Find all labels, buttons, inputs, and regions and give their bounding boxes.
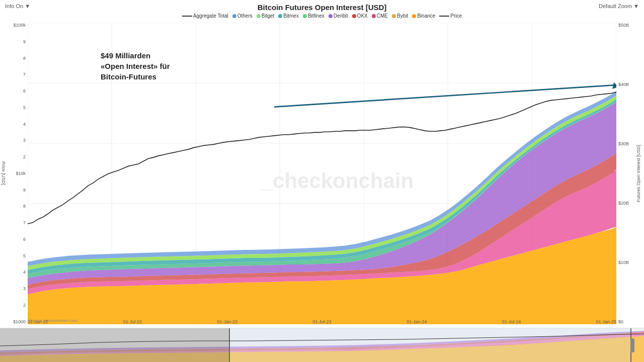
chart-container: Info On ▼ Default Zoom ▼ Bitcoin Futures… [0,0,644,362]
legend-cme: CME [372,13,388,19]
legend-binance: Binance [412,13,435,19]
legend: Aggregate Total Others Bitget Bitmex Bit… [182,13,462,19]
svg-rect-19 [229,328,230,362]
annotation-text: $49 Milliarden«Open Interest» fürBitcoin… [101,50,170,82]
mini-chart[interactable] [0,328,644,362]
y-axis-right: $50B $40B $30B $20B $10B $0 [616,23,644,324]
x-axis: 01-Jan-22 01-Jul-22 01-Jan-23 01-Jul-23 … [28,318,616,324]
zoom-button[interactable]: Default Zoom ▼ [599,3,639,9]
legend-deribit: Deribit [329,13,348,19]
legend-price: Price [439,13,462,19]
svg-line-14 [274,85,614,107]
svg-rect-18 [229,328,631,362]
source-label: Source: checkonchain.com [29,318,77,323]
legend-bitget: Bitget [257,13,275,19]
legend-bitfinex: Bitfinex [303,13,325,19]
svg-rect-21 [630,338,634,352]
y-axis-left: $100k 9 8 7 6 5 4 3 2 $10k 9 8 7 6 5 4 3… [0,23,28,324]
legend-bybit: Bybit [392,13,408,19]
info-button[interactable]: Info On ▼ [5,3,30,9]
legend-others: Others [232,13,253,19]
legend-okx: OKX [352,13,368,19]
legend-aggregate: Aggregate Total [182,13,228,19]
svg-rect-17 [0,328,229,362]
chart-title: Bitcoin Futures Open Interest [USD] [258,3,387,12]
legend-bitmex: Bitmex [278,13,299,19]
